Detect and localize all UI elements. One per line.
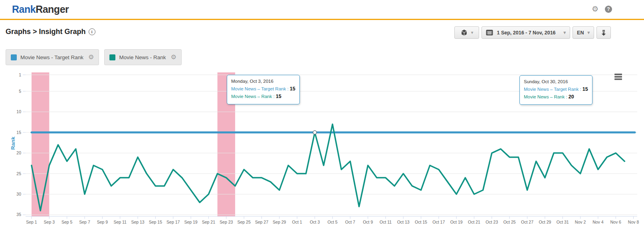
x-tick-label: Sep 27 <box>255 220 268 224</box>
chart-menu-icon[interactable] <box>614 74 622 81</box>
x-tick-label: Oct 9 <box>363 220 373 224</box>
x-tick-label: Oct 19 <box>450 220 463 224</box>
x-tick-label: Sep 13 <box>131 220 144 224</box>
hover-marker[interactable] <box>313 131 317 134</box>
x-tick-label: Oct 27 <box>521 220 533 224</box>
x-tick-label: Nov 4 <box>592 220 604 224</box>
y-tick-label: 25 <box>16 171 21 176</box>
tooltip-target-rank-line: Movie News – Target Rank : 15 <box>231 85 295 93</box>
x-tick-label: Oct 17 <box>432 220 445 224</box>
x-tick-label: Oct 1 <box>292 220 302 224</box>
x-tick-label: Oct 31 <box>557 220 569 224</box>
x-tick-label: Sep 29 <box>273 220 286 224</box>
x-tick-label: Nov 2 <box>575 220 586 224</box>
x-tick-label: Oct 7 <box>345 220 355 224</box>
x-tick-label: Nov 8 <box>628 220 639 224</box>
x-tick-label: Oct 11 <box>380 220 392 224</box>
insight-chart[interactable]: 15101520253035Sep 1Sep 3Sep 5Sep 7Sep 9S… <box>0 0 644 228</box>
x-tick-label: Oct 5 <box>327 220 337 224</box>
x-tick-label: Oct 23 <box>485 220 498 224</box>
x-tick-label: Sep 17 <box>166 220 180 224</box>
x-tick-label: Sep 5 <box>61 220 73 224</box>
x-tick-label: Sep 19 <box>184 220 197 224</box>
tooltip-rank-line: Movie News – Rank : 20 <box>524 93 588 101</box>
x-tick-label: Sep 11 <box>113 220 127 224</box>
plot-band <box>32 72 49 216</box>
x-tick-label: Nov 6 <box>610 220 622 224</box>
x-tick-label: Sep 1 <box>26 220 37 224</box>
tooltip-date: Monday, Oct 3, 2016 <box>231 78 295 85</box>
tooltip-target-rank-line: Movie News – Target Rank : 15 <box>524 86 588 93</box>
x-tick-label: Sep 9 <box>97 220 108 224</box>
y-tick-label: 1 <box>19 72 21 77</box>
tooltip-date: Sunday, Oct 30, 2016 <box>524 78 588 86</box>
x-tick-label: Oct 29 <box>539 220 551 224</box>
x-tick-label: Oct 21 <box>468 220 480 224</box>
y-tick-label: 30 <box>16 192 21 196</box>
tooltip-rank-line: Movie News – Rank : 15 <box>231 93 295 100</box>
x-tick-label: Sep 25 <box>237 220 250 224</box>
rank-line[interactable] <box>32 124 624 211</box>
x-tick-label: Sep 15 <box>149 220 162 224</box>
x-tick-label: Sep 21 <box>202 220 215 224</box>
chart-tooltip-oct3: Monday, Oct 3, 2016 Movie News – Target … <box>227 75 300 104</box>
x-tick-label: Oct 25 <box>503 220 516 224</box>
x-tick-label: Oct 3 <box>310 220 320 224</box>
x-tick-label: Sep 23 <box>220 220 233 224</box>
rankranger-app: RankRanger ⚙ ? Graphs > Insight Graph i … <box>0 0 644 228</box>
y-tick-label: 15 <box>16 130 21 135</box>
x-tick-label: Sep 7 <box>79 220 90 224</box>
x-tick-label: Sep 3 <box>44 220 55 224</box>
chart-tooltip-oct30: Sunday, Oct 30, 2016 Movie News – Target… <box>519 75 592 105</box>
y-tick-label: 35 <box>16 212 21 217</box>
y-tick-label: 5 <box>19 89 21 94</box>
y-axis-title: Rank <box>10 136 16 150</box>
y-tick-label: 20 <box>16 150 21 155</box>
x-tick-label: Oct 15 <box>415 220 427 224</box>
x-tick-label: Oct 13 <box>397 220 410 224</box>
y-tick-label: 10 <box>16 109 21 114</box>
